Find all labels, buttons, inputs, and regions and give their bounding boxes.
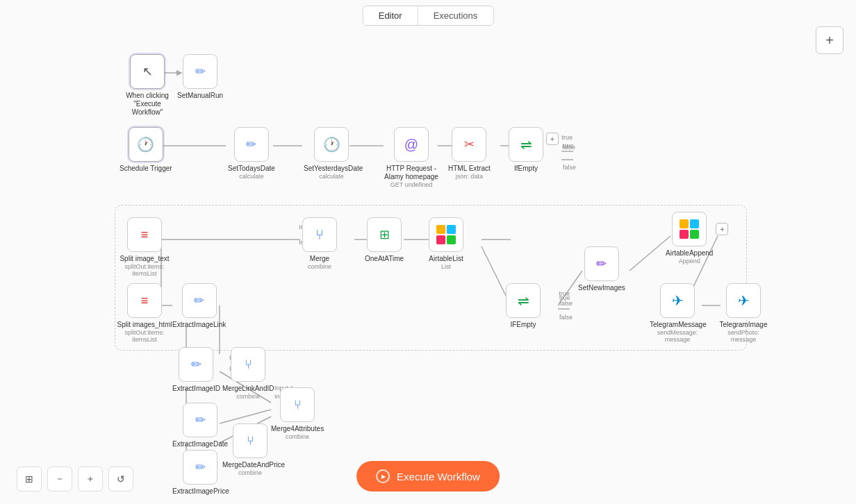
node-sublabel: sendPhoto: message xyxy=(716,329,771,343)
node-merge[interactable]: ⑂ Merge combine xyxy=(302,217,337,270)
node-split-images-html[interactable]: ≡ Split images_html splitOut:items: item… xyxy=(117,283,172,343)
node-split-image-text[interactable]: ≡ Split image_text splitOut:items: items… xyxy=(117,217,172,277)
node-label: TelegramImage xyxy=(720,321,768,329)
node-if-empty[interactable]: ⇌ IfEmpty + true false xyxy=(509,127,543,173)
node-label: IFEmpty xyxy=(510,321,536,329)
node-label: AirtableAppend xyxy=(666,249,713,258)
node-telegram-message[interactable]: ✈ TelegramMessage sendMessage: message xyxy=(650,283,705,343)
node-label: ExtractImageID xyxy=(172,385,220,393)
svg-rect-44 xyxy=(690,230,699,239)
svg-rect-43 xyxy=(680,230,689,239)
false-label2: false xyxy=(559,300,573,307)
execute-workflow-button[interactable]: Execute Workflow xyxy=(356,461,500,492)
reset-view-button[interactable]: ↺ xyxy=(108,467,133,492)
ifempty2-icon: ⇌ xyxy=(518,292,529,309)
node-sublabel: List xyxy=(441,263,451,270)
node-label: Merge xyxy=(310,255,329,263)
node-extract-image-id[interactable]: ✏ ExtractImageID xyxy=(172,347,220,393)
node-when-clicking[interactable]: ↖ When clicking "Execute Workflow" xyxy=(120,54,175,117)
node-sublabel: calculate xyxy=(319,173,344,180)
pen5-icon: ✏ xyxy=(195,460,206,475)
node-label: HTML Extract xyxy=(448,165,491,173)
fit-view-button[interactable]: ⊞ xyxy=(17,467,42,492)
node-html-extract[interactable]: ✂ HTML Extract json: data xyxy=(448,127,491,180)
pen4-icon: ✏ xyxy=(195,412,206,428)
add-output-button[interactable]: + xyxy=(546,133,559,145)
node-if-empty2[interactable]: ⇌ IFEmpty true false xyxy=(506,283,541,329)
telegram-image-icon: ✈ xyxy=(738,292,750,309)
cursor-icon: ↖ xyxy=(142,64,153,79)
clock2-icon: 🕐 xyxy=(323,136,340,153)
node-extract-image-link[interactable]: ✏ ExtractImageLink xyxy=(172,283,226,329)
node-label: Merge4Attributes xyxy=(271,425,324,433)
node-extract-image-date[interactable]: ✏ ExtractImageDate xyxy=(172,403,228,448)
node-sublabel: calculate xyxy=(239,173,264,180)
node-airtable-list[interactable]: AirtableList List xyxy=(429,217,463,270)
tabs-bar: Editor Executions xyxy=(363,6,494,26)
node-sublabel: Append xyxy=(679,258,700,264)
workflow-canvas: true false true false Input 1 I xyxy=(0,0,856,504)
node-set-new-images[interactable]: ✏ SetNewImages xyxy=(578,246,625,292)
node-label: HTTP Request - Alamy homepage xyxy=(384,165,439,181)
node-airtable-append[interactable]: AirtableAppend Append + xyxy=(666,212,713,264)
execute-label: Execute Workflow xyxy=(397,471,480,482)
false-label: false xyxy=(562,144,575,151)
node-label: AirtableList xyxy=(429,255,463,263)
tab-editor[interactable]: Editor xyxy=(363,6,418,25)
node-label: MergeDateAndPrice xyxy=(222,461,278,469)
add-node-button[interactable]: + xyxy=(816,26,843,54)
node-one-at-a-time[interactable]: ⊞ OneAtATime xyxy=(365,217,404,263)
node-set-manual-run[interactable]: ✏ SetManualRun xyxy=(177,54,223,100)
node-telegram-image[interactable]: ✈ TelegramImage sendPhoto: message xyxy=(716,283,771,343)
pen-icon: ✏ xyxy=(195,64,206,79)
node-label: Split image_text xyxy=(120,255,169,263)
node-label: ExtractImageLink xyxy=(172,321,226,329)
merge4-icon: ⑂ xyxy=(247,434,254,448)
node-label: ExtractImageDate xyxy=(172,440,228,448)
node-schedule-trigger[interactable]: 🕐 Schedule Trigger xyxy=(120,127,172,173)
ifempty-icon: ⇌ xyxy=(520,136,532,153)
bottom-toolbar: ⊞ － ＋ ↺ xyxy=(17,467,133,492)
node-set-yesterdays-date[interactable]: 🕐 SetYesterdaysDate calculate xyxy=(304,127,359,180)
svg-rect-41 xyxy=(680,219,689,228)
node-sublabel: combine xyxy=(238,469,262,476)
node-sublabel: combine xyxy=(286,433,309,440)
node-label: SetTodaysDate xyxy=(228,165,275,173)
node-sublabel: combine xyxy=(236,393,260,400)
node-label: TelegramMessage xyxy=(650,321,705,329)
node-label: SetYesterdaysDate xyxy=(304,165,359,173)
play-icon xyxy=(376,469,390,483)
add-append-button[interactable]: + xyxy=(716,223,728,235)
node-sublabel: combine xyxy=(308,263,331,270)
at-icon: @ xyxy=(404,137,418,153)
zoom-in-button[interactable]: ＋ xyxy=(78,467,103,492)
zoom-out-button[interactable]: － xyxy=(47,467,72,492)
telegram-icon: ✈ xyxy=(672,292,684,309)
clock-icon: 🕐 xyxy=(137,136,154,153)
tab-executions[interactable]: Executions xyxy=(418,6,493,25)
node-http-request[interactable]: @ HTTP Request - Alamy homepage GET unde… xyxy=(384,127,439,188)
merge-icon: ⑂ xyxy=(315,227,324,243)
node-set-todays-date[interactable]: ✏ SetTodaysDate calculate xyxy=(228,127,275,180)
node-merge-link-and-id[interactable]: ⑂ MergeLinkAndID combine xyxy=(222,347,274,400)
pen2-icon: ✏ xyxy=(194,293,204,308)
node-extract-image-price[interactable]: ✏ ExtractImagePrice xyxy=(172,450,228,496)
node-label: Split images_html xyxy=(117,321,172,329)
svg-rect-40 xyxy=(447,235,456,244)
node-label: ExtractImagePrice xyxy=(172,487,228,496)
pen3-icon: ✏ xyxy=(191,357,201,372)
set-icon: ✏ xyxy=(596,256,607,271)
true-label2: true xyxy=(559,290,570,297)
node-merge-date-and-price[interactable]: ⑂ MergeDateAndPrice combine xyxy=(222,423,278,476)
oneat-icon: ⊞ xyxy=(379,227,390,242)
node-label: SetNewImages xyxy=(578,284,625,292)
node-label: MergeLinkAndID xyxy=(222,385,274,393)
airtable-append-icon xyxy=(680,219,699,239)
scissors-icon: ✂ xyxy=(464,137,475,152)
node-sublabel: splitOut:items: itemsList xyxy=(117,329,172,343)
node-label: IfEmpty xyxy=(514,165,538,173)
svg-rect-39 xyxy=(436,235,445,244)
list-icon: ≡ xyxy=(141,228,149,242)
node-label: OneAtATime xyxy=(365,255,404,263)
node-merge4-attributes[interactable]: ⑂ Merge4Attributes combine xyxy=(271,387,324,440)
